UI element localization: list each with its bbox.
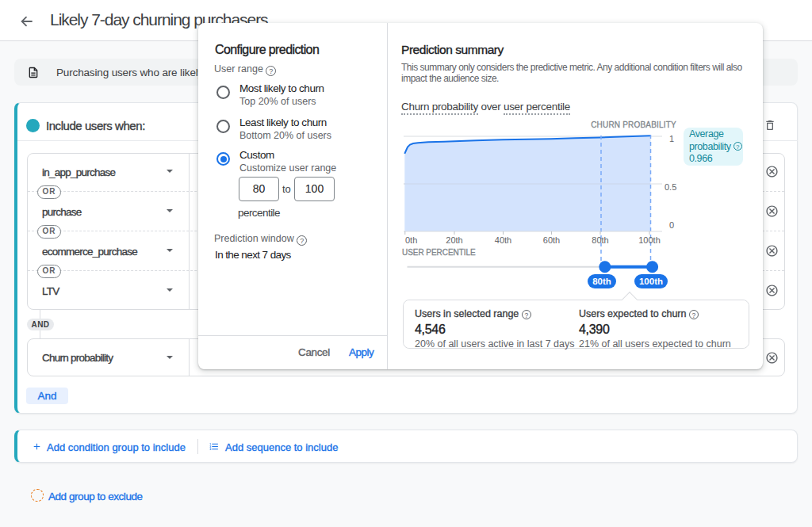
- svg-text:0th: 0th: [405, 235, 417, 245]
- svg-text:100th: 100th: [638, 235, 661, 245]
- svg-text:20th: 20th: [446, 235, 462, 245]
- svg-text:60th: 60th: [543, 235, 560, 245]
- svg-text:0.5: 0.5: [665, 182, 676, 192]
- svg-text:0: 0: [669, 220, 674, 230]
- svg-text:80th: 80th: [592, 235, 608, 245]
- svg-text:1: 1: [669, 134, 674, 143]
- svg-text:40th: 40th: [495, 235, 511, 245]
